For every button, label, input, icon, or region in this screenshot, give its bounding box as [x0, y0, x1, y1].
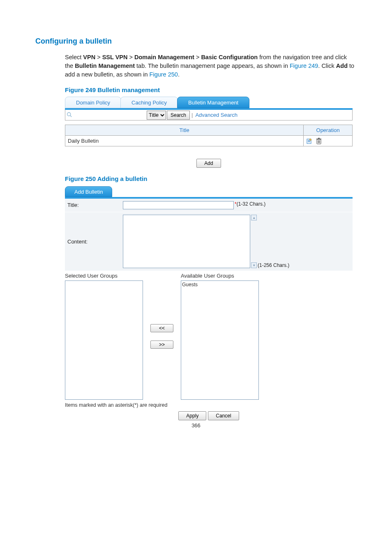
tabs-row: Add Bulletin: [65, 185, 353, 197]
figure-250-caption: Figure 250 Adding a bulletin: [65, 175, 357, 182]
label-available-groups: Available User Groups: [181, 273, 259, 279]
nav-sslvpn: SSL VPN: [102, 54, 128, 60]
selected-groups-col: Selected User Groups: [65, 273, 143, 400]
search-row: Title Search | Advanced Search: [65, 110, 353, 121]
link-figure-249[interactable]: Figure 249: [290, 63, 318, 69]
content-textarea[interactable]: [123, 215, 250, 268]
move-buttons: << >>: [143, 273, 181, 400]
figure-249: Domain Policy Caching Policy Bulletin Ma…: [65, 96, 353, 168]
apply-button[interactable]: Apply: [178, 411, 206, 420]
textarea-scroll: ▴ ▾: [251, 215, 257, 268]
svg-rect-5: [318, 138, 320, 139]
search-button[interactable]: Search: [167, 111, 190, 120]
page-number: 366: [0, 422, 392, 429]
search-input[interactable]: [73, 111, 145, 120]
text: tab. The bulletin management page appear…: [135, 63, 290, 69]
figure-249-caption: Figure 249 Bulletin management: [65, 86, 357, 93]
move-right-button[interactable]: >>: [150, 341, 173, 349]
nav-domain: Domain Management: [134, 54, 194, 60]
table-row: Daily Bulletin: [65, 136, 353, 146]
scroll-down-icon[interactable]: ▾: [251, 262, 257, 268]
list-item[interactable]: Guests: [182, 282, 258, 287]
label-content: Content:: [65, 235, 120, 248]
advanced-search-link[interactable]: Advanced Search: [195, 112, 238, 118]
apply-row: Apply Cancel: [65, 411, 353, 420]
required-note: Items marked with an asterisk(*) are req…: [65, 402, 353, 408]
move-left-button[interactable]: <<: [150, 324, 173, 332]
text: Select: [65, 54, 83, 60]
search-field-select[interactable]: Title: [147, 111, 166, 120]
tab-domain-policy[interactable]: Domain Policy: [65, 97, 121, 108]
section-heading: Configuring a bulletin: [35, 37, 357, 46]
svg-rect-4: [316, 139, 321, 139]
form-area: Title: *(1-32 Chars.) Content: ▴ ▾ (1-25…: [65, 197, 353, 271]
groups-row: Selected User Groups << >> Available Use…: [65, 271, 353, 400]
available-groups-col: Available User Groups Guests: [181, 273, 259, 400]
tab-bulletin-management[interactable]: Bulletin Management: [177, 97, 249, 108]
tab-name: Bulletin Management: [75, 63, 135, 69]
col-operation: Operation: [304, 125, 353, 136]
search-icon: [65, 112, 73, 118]
text: . Click: [318, 63, 336, 69]
bulletin-table: Title Operation Daily Bulletin: [65, 125, 353, 146]
label-title: Title:: [65, 199, 120, 212]
selected-groups-list[interactable]: [65, 280, 143, 400]
text: >: [127, 54, 134, 60]
label-selected-groups: Selected User Groups: [65, 273, 143, 279]
cancel-button[interactable]: Cancel: [208, 411, 239, 420]
cell-title: Daily Bulletin: [65, 136, 304, 146]
add-bold: Add: [336, 63, 348, 69]
col-title: Title: [65, 125, 304, 136]
content-hint: (1-256 Chars.): [258, 262, 289, 268]
svg-point-0: [67, 112, 70, 116]
tab-caching-policy[interactable]: Caching Policy: [120, 97, 178, 108]
figure-250: Add Bulletin Title: *(1-32 Chars.) Conte…: [65, 185, 353, 420]
cell-operation: [304, 136, 353, 146]
tabs-row: Domain Policy Caching Policy Bulletin Ma…: [65, 96, 353, 108]
scroll-up-icon[interactable]: ▴: [251, 215, 257, 220]
svg-line-1: [70, 115, 71, 116]
available-groups-list[interactable]: Guests: [181, 280, 259, 400]
link-figure-250[interactable]: Figure 250: [150, 71, 178, 78]
nav-basic: Basic Configuration: [201, 54, 258, 60]
add-button[interactable]: Add: [196, 159, 221, 168]
tab-add-bulletin[interactable]: Add Bulletin: [65, 186, 112, 197]
title-hint: *(1-32 Chars.): [235, 201, 265, 207]
text: >: [194, 54, 201, 60]
nav-vpn: VPN: [83, 54, 95, 60]
text: .: [178, 71, 180, 78]
delete-icon[interactable]: [316, 137, 322, 144]
title-input[interactable]: [123, 201, 234, 209]
edit-icon[interactable]: [306, 137, 314, 144]
intro-paragraph: Select VPN > SSL VPN > Domain Management…: [65, 53, 357, 79]
row-title: Title: *(1-32 Chars.): [65, 199, 353, 212]
text: >: [95, 54, 102, 60]
row-content: Content: ▴ ▾ (1-256 Chars.): [65, 212, 353, 271]
